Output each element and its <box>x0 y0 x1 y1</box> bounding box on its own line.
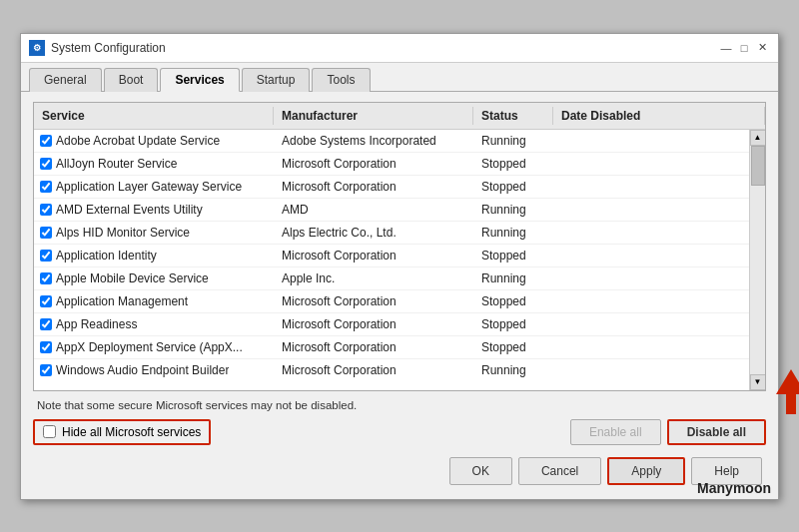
table-row: Windows Audio Endpoint BuilderMicrosoft … <box>34 359 765 381</box>
table-row: Adobe Acrobat Update ServiceAdobe System… <box>34 130 765 153</box>
title-controls: — □ ✕ <box>718 40 770 56</box>
tab-general[interactable]: General <box>29 68 102 92</box>
service-checkbox[interactable] <box>40 204 52 216</box>
service-checkbox-cell: Windows Audio Endpoint Builder <box>34 360 274 380</box>
table-row: AMD External Events UtilityAMDRunning <box>34 199 765 222</box>
table-row: Alps HID Monitor ServiceAlps Electric Co… <box>34 222 765 245</box>
service-checkbox[interactable] <box>40 272 52 284</box>
service-date <box>553 246 765 266</box>
service-checkbox-cell: App Readiness <box>34 314 274 334</box>
service-status: Running <box>473 131 553 151</box>
svg-marker-0 <box>776 369 799 414</box>
service-name: Application Layer Gateway Service <box>56 180 242 194</box>
col-status: Status <box>473 107 553 125</box>
service-manufacturer: AMD <box>274 200 473 220</box>
arrow-indicator <box>766 359 799 422</box>
col-service: Service <box>34 107 274 125</box>
service-status: Stopped <box>473 337 553 357</box>
content-area: Service Manufacturer Status Date Disable… <box>21 92 778 499</box>
table-row: Application IdentityMicrosoft Corporatio… <box>34 245 765 267</box>
service-date <box>553 314 765 334</box>
service-manufacturer: Alps Electric Co., Ltd. <box>274 223 473 243</box>
bottom-row: Hide all Microsoft services Enable all D… <box>33 415 766 449</box>
close-button[interactable]: ✕ <box>754 40 770 56</box>
service-name: Apple Mobile Device Service <box>56 271 209 285</box>
service-checkbox[interactable] <box>40 158 52 170</box>
service-checkbox[interactable] <box>40 318 52 330</box>
maximize-button[interactable]: □ <box>736 40 752 56</box>
service-status: Stopped <box>473 314 553 334</box>
service-date <box>553 268 765 288</box>
service-checkbox-cell: Alps HID Monitor Service <box>34 223 274 243</box>
scroll-track[interactable] <box>750 146 765 374</box>
enable-disable-buttons: Enable all Disable all <box>570 419 766 445</box>
title-bar-left: ⚙ System Configuration <box>29 40 166 56</box>
service-status: Stopped <box>473 246 553 266</box>
service-checkbox[interactable] <box>40 341 52 353</box>
minimize-button[interactable]: — <box>718 40 734 56</box>
service-manufacturer: Microsoft Corporation <box>274 314 473 334</box>
service-name: Windows Audio Endpoint Builder <box>56 363 229 377</box>
window-icon: ⚙ <box>29 40 45 56</box>
service-status: Running <box>473 268 553 288</box>
col-date: Date Disabled <box>553 107 765 125</box>
service-checkbox[interactable] <box>40 181 52 193</box>
service-manufacturer: Microsoft Corporation <box>274 177 473 197</box>
hide-microsoft-services-container: Hide all Microsoft services <box>33 419 211 445</box>
service-status: Stopped <box>473 291 553 311</box>
service-manufacturer: Microsoft Corporation <box>274 154 473 174</box>
enable-all-button[interactable]: Enable all <box>570 419 661 445</box>
service-name: AMD External Events Utility <box>56 203 203 217</box>
service-checkbox[interactable] <box>40 135 52 147</box>
hide-microsoft-checkbox[interactable] <box>43 425 56 438</box>
watermark: Manymoon <box>697 480 771 496</box>
service-manufacturer: Microsoft Corporation <box>274 337 473 357</box>
services-table: Service Manufacturer Status Date Disable… <box>33 102 766 391</box>
scroll-thumb[interactable] <box>751 146 765 186</box>
service-manufacturer: Microsoft Corporation <box>274 246 473 266</box>
service-date <box>553 337 765 357</box>
apply-button[interactable]: Apply <box>607 457 685 485</box>
service-name: AllJoyn Router Service <box>56 157 177 171</box>
table-row: AllJoyn Router ServiceMicrosoft Corporat… <box>34 153 765 176</box>
service-manufacturer: Apple Inc. <box>274 268 473 288</box>
service-date <box>553 154 765 174</box>
service-manufacturer: Adobe Systems Incorporated <box>274 131 473 151</box>
table-row: App ReadinessMicrosoft CorporationStoppe… <box>34 313 765 336</box>
disable-all-button[interactable]: Disable all <box>667 419 766 445</box>
service-status: Stopped <box>473 177 553 197</box>
service-status: Running <box>473 200 553 220</box>
tab-tools[interactable]: Tools <box>312 68 370 92</box>
scroll-up-arrow[interactable]: ▲ <box>750 130 766 146</box>
service-checkbox-cell: Apple Mobile Device Service <box>34 268 274 288</box>
tab-startup[interactable]: Startup <box>242 68 311 92</box>
tab-boot[interactable]: Boot <box>104 68 159 92</box>
service-name: Adobe Acrobat Update Service <box>56 134 220 148</box>
ok-button[interactable]: OK <box>449 457 512 485</box>
note-text: Note that some secure Microsoft services… <box>33 391 766 415</box>
service-checkbox[interactable] <box>40 295 52 307</box>
service-checkbox-cell: AppX Deployment Service (AppX... <box>34 337 274 357</box>
service-status: Running <box>473 223 553 243</box>
service-checkbox[interactable] <box>40 250 52 262</box>
table-row: AppX Deployment Service (AppX...Microsof… <box>34 336 765 359</box>
scroll-down-arrow[interactable]: ▼ <box>750 374 766 390</box>
service-checkbox-cell: Application Management <box>34 291 274 311</box>
service-checkbox-cell: Application Layer Gateway Service <box>34 177 274 197</box>
window-title: System Configuration <box>51 41 166 55</box>
title-bar: ⚙ System Configuration — □ ✕ <box>21 34 778 63</box>
service-manufacturer: Microsoft Corporation <box>274 291 473 311</box>
service-manufacturer: Microsoft Corporation <box>274 360 473 380</box>
table-row: Application Layer Gateway ServiceMicroso… <box>34 176 765 199</box>
vertical-scrollbar[interactable]: ▲ ▼ <box>749 130 765 390</box>
service-checkbox[interactable] <box>40 364 52 376</box>
service-name: App Readiness <box>56 317 137 331</box>
service-checkbox-cell: AllJoyn Router Service <box>34 154 274 174</box>
service-date <box>553 291 765 311</box>
service-checkbox[interactable] <box>40 227 52 239</box>
service-date <box>553 223 765 243</box>
service-status: Stopped <box>473 154 553 174</box>
cancel-button[interactable]: Cancel <box>518 457 601 485</box>
footer-buttons: OK Cancel Apply Help <box>33 449 766 489</box>
tab-services[interactable]: Services <box>160 68 239 92</box>
